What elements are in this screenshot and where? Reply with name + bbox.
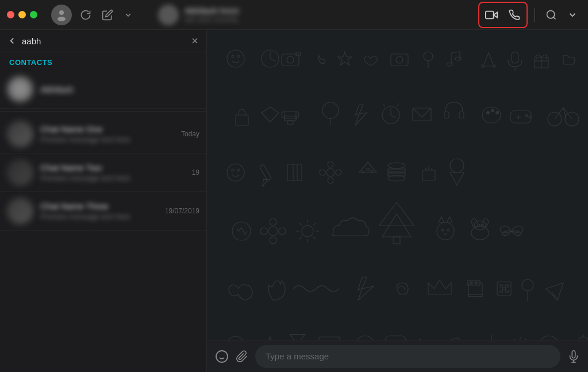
contact-meta: Today [181,130,199,138]
svg-rect-3 [486,11,494,18]
svg-point-62 [336,170,341,175]
svg-marker-96 [447,217,452,223]
contact-info: Abhilash [40,85,199,94]
list-item[interactable]: Chat Name Two Preview message text here … [0,154,206,192]
svg-rect-111 [468,294,482,297]
svg-point-74 [450,159,464,172]
svg-point-76 [232,222,251,240]
svg-marker-120 [546,283,563,300]
svg-point-54 [237,169,240,171]
contact-name: Abhilash [40,85,199,94]
contact-avatar [7,121,33,147]
mic-button[interactable] [567,350,580,363]
chat-contact-avatar [158,5,179,25]
input-bar [207,340,588,372]
svg-rect-30 [287,121,293,124]
svg-line-37 [397,103,399,106]
svg-point-99 [471,226,489,240]
contact-avatar [7,76,33,102]
maximize-button[interactable] [30,11,37,18]
search-button[interactable] [542,7,560,23]
svg-line-13 [270,59,276,62]
svg-line-35 [391,115,395,118]
svg-rect-93 [393,237,400,244]
close-button[interactable] [7,11,14,18]
compose-button[interactable] [99,7,116,23]
more-options-button[interactable] [564,7,581,22]
dropdown-button[interactable] [121,8,135,22]
phone-call-button[interactable] [504,4,525,26]
svg-point-52 [227,164,244,181]
call-buttons-group [478,2,528,28]
svg-point-59 [328,162,333,167]
contact-title: Abhilash hmm last seen recently [185,6,239,24]
contact-title-name: Abhilash hmm [185,6,239,16]
svg-line-90 [299,237,302,239]
svg-point-66 [388,163,405,168]
svg-point-4 [547,10,555,18]
svg-marker-56 [260,178,270,187]
svg-point-77 [268,227,278,236]
svg-point-61 [320,170,325,175]
contact-info: Chat Name Two Preview message text here [40,163,185,182]
svg-point-80 [260,228,267,235]
search-input[interactable] [22,36,186,46]
svg-point-31 [322,102,339,118]
contacts-section-label: CONTACTS [0,52,206,70]
svg-marker-28 [262,107,279,122]
attach-button[interactable] [236,350,248,363]
clear-search-button[interactable] [190,36,199,45]
emoji-button[interactable] [215,350,229,363]
svg-point-44 [496,112,499,114]
svg-point-0 [59,10,64,15]
svg-point-10 [237,55,240,57]
contact-name: Chat Name Two [40,163,185,172]
svg-marker-32 [355,105,367,125]
contact-message: Preview message text here [40,135,174,144]
video-call-button[interactable] [481,4,502,26]
svg-point-116 [500,290,503,293]
svg-point-98 [447,229,449,231]
back-button[interactable] [7,36,17,46]
svg-line-87 [299,223,302,225]
svg-marker-105 [358,277,374,300]
svg-rect-67 [388,169,405,172]
svg-point-63 [367,168,370,171]
profile-avatar[interactable] [51,5,72,25]
chat-header-contact: Abhilash hmm last seen recently [158,5,239,25]
svg-rect-39 [444,112,449,118]
list-item[interactable]: Chat Name Three Preview message text her… [0,192,206,231]
svg-point-48 [525,114,528,117]
contact-list: CONTACTS Abhilash Chat Name One Preview … [0,52,206,372]
svg-point-115 [503,287,506,290]
title-bar-actions [478,2,581,28]
title-bar: Abhilash hmm last seen recently [0,0,588,30]
svg-point-97 [441,229,444,231]
svg-rect-23 [512,52,518,63]
traffic-lights [7,11,37,18]
contact-message: Preview message text here [40,174,185,182]
contact-message: Preview message text here [40,212,158,221]
svg-rect-45 [510,110,531,123]
svg-point-117 [506,290,509,293]
contact-item[interactable]: Abhilash [0,70,206,109]
minimize-button[interactable] [18,11,26,18]
svg-marker-106 [428,280,451,294]
svg-rect-55 [260,164,272,181]
refresh-button[interactable] [78,7,94,23]
svg-point-113 [500,285,503,287]
section-divider [0,111,206,112]
svg-point-9 [232,55,234,57]
contact-avatar [7,198,33,224]
message-input[interactable] [255,345,560,368]
svg-marker-2 [494,12,497,17]
svg-point-8 [227,50,244,67]
sidebar: CONTACTS Abhilash Chat Name One Preview … [0,30,207,372]
svg-marker-17 [338,52,352,65]
contact-avatar [7,159,33,186]
svg-line-89 [313,223,316,225]
contact-name: Chat Name Three [40,201,158,211]
list-item[interactable]: Chat Name One Preview message text here … [0,115,206,154]
contact-meta: 19 [192,168,199,177]
svg-point-19 [396,56,403,63]
